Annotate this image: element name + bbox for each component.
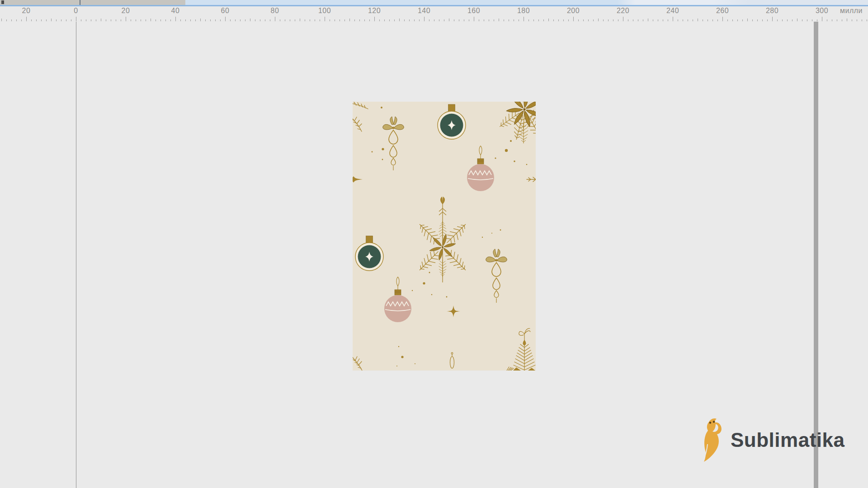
ruler-label: 220 (617, 7, 629, 15)
ruler-tick (409, 19, 410, 21)
ruler-tick (399, 19, 400, 21)
ruler-tick (732, 19, 733, 21)
ruler-tick (464, 19, 464, 21)
ruler-tick (235, 19, 236, 21)
ruler-tick (41, 19, 42, 21)
ruler-tick (210, 19, 211, 21)
ruler-tick (260, 19, 260, 21)
ruler-tick (225, 17, 226, 21)
ruler-tick (683, 19, 683, 21)
owl-logo-icon (702, 418, 722, 462)
ruler-tick (688, 19, 688, 21)
ruler-tick (71, 19, 71, 21)
page-left-boundary (76, 22, 76, 488)
ruler-tick (867, 19, 867, 21)
ruler-tick (489, 19, 489, 21)
ruler-tick (136, 19, 136, 21)
pattern-artwork[interactable] (353, 102, 536, 371)
ruler-tick (1, 19, 2, 21)
ruler-tick (330, 19, 330, 21)
ruler-tick (66, 19, 66, 21)
ruler-tick (36, 19, 37, 21)
ruler-tick (648, 19, 648, 21)
ruler-tick (588, 19, 589, 21)
ruler-tick (598, 19, 599, 21)
ruler-tick (777, 19, 778, 21)
ruler-tick (533, 19, 534, 21)
ruler-tick (658, 19, 658, 21)
ruler-tick (21, 19, 22, 21)
ruler-tick (578, 19, 579, 21)
ruler-tick (6, 19, 7, 21)
ruler-tick (126, 17, 126, 21)
ruler-tick (369, 19, 370, 21)
ruler-tick (668, 19, 668, 21)
ruler-cursor-marker (80, 0, 80, 5)
ruler-tick (156, 19, 156, 21)
ruler-tick (11, 19, 12, 21)
ruler-label: 300 (816, 7, 828, 15)
ruler-tick (389, 19, 390, 21)
ruler-tick (747, 19, 748, 21)
ruler-tick (712, 19, 713, 21)
ruler-tick (340, 19, 340, 21)
ruler-tick (703, 19, 703, 21)
ruler-tick (558, 19, 559, 21)
ruler-tick (727, 19, 728, 21)
ruler-tick (220, 19, 221, 21)
ruler-tick (837, 19, 837, 21)
ruler-tick (737, 19, 738, 21)
ruler-tick (802, 19, 802, 21)
ruler-tick (240, 19, 241, 21)
ruler-tick (643, 19, 643, 21)
ruler-tick (96, 19, 96, 21)
ruler-tick (807, 19, 807, 21)
ruler-tick (608, 19, 609, 21)
ruler-tick (857, 19, 857, 21)
ruler-tick (285, 19, 285, 21)
ruler-tick (116, 19, 116, 21)
ruler-label: 200 (567, 7, 580, 15)
ruler-tick (101, 19, 101, 21)
ruler-tick (175, 17, 176, 21)
ruler-label: 100 (318, 7, 331, 15)
ruler-tick (673, 17, 673, 21)
ruler-tick (185, 19, 186, 21)
ruler-tick (121, 19, 121, 21)
ruler-label: 20 (22, 7, 31, 15)
ruler-tick (538, 19, 539, 21)
ruler-tick (797, 19, 797, 21)
ruler-label: 80 (271, 7, 279, 15)
ruler-label: 260 (716, 7, 729, 15)
ruler-tick (603, 19, 604, 21)
ruler-tick (528, 19, 529, 21)
ruler-label: 180 (517, 7, 530, 15)
ruler-tick (653, 19, 653, 21)
ruler-tick (160, 19, 161, 21)
ruler-tick (295, 19, 295, 21)
ruler-tick (280, 19, 280, 21)
ruler-label: 60 (221, 7, 230, 15)
ruler-tick (553, 19, 554, 21)
ruler-tick (519, 19, 519, 21)
titlebar (0, 0, 868, 5)
ruler-tick (434, 19, 434, 21)
ruler-tick (847, 19, 847, 21)
window-corner-mark (1, 0, 4, 4)
design-canvas[interactable]: Sublimatika (0, 22, 868, 488)
horizontal-ruler[interactable]: 2002040608010012014016018020022024026028… (0, 6, 868, 22)
ruler-tick (335, 19, 335, 21)
ruler-tick (414, 19, 415, 21)
ruler-tick (613, 19, 613, 21)
ruler-tick (499, 19, 499, 21)
pattern-image[interactable] (353, 102, 536, 371)
ruler-tick (454, 19, 454, 21)
ruler-tick (46, 19, 47, 21)
ruler-tick (583, 19, 584, 21)
ruler-tick (374, 17, 375, 21)
ruler-tick (717, 19, 718, 21)
sublimatika-watermark: Sublimatika (702, 418, 844, 462)
ruler-tick (633, 19, 633, 21)
ruler-label: 0 (74, 7, 78, 15)
ruler-tick (180, 19, 181, 21)
